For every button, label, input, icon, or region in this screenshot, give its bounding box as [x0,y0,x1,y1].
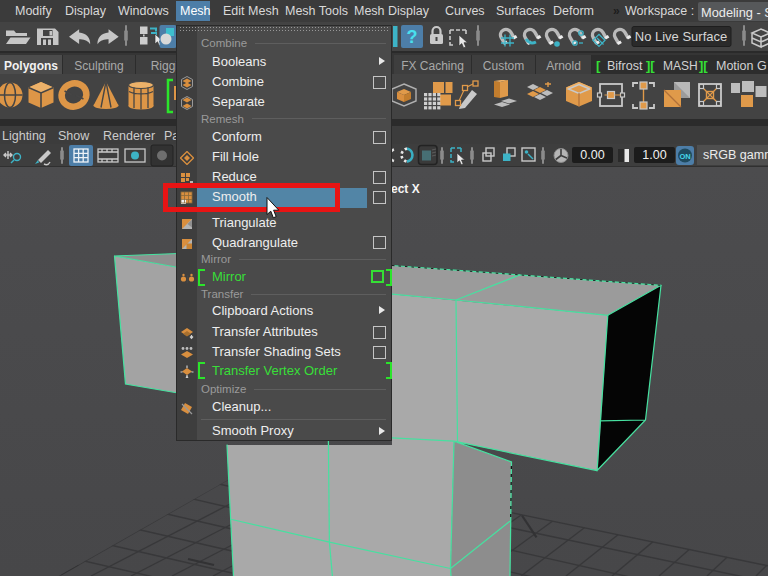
svg-text:No Live Surface: No Live Surface [635,29,728,44]
svg-text:ON: ON [679,152,690,161]
svg-text:?: ? [407,27,418,47]
